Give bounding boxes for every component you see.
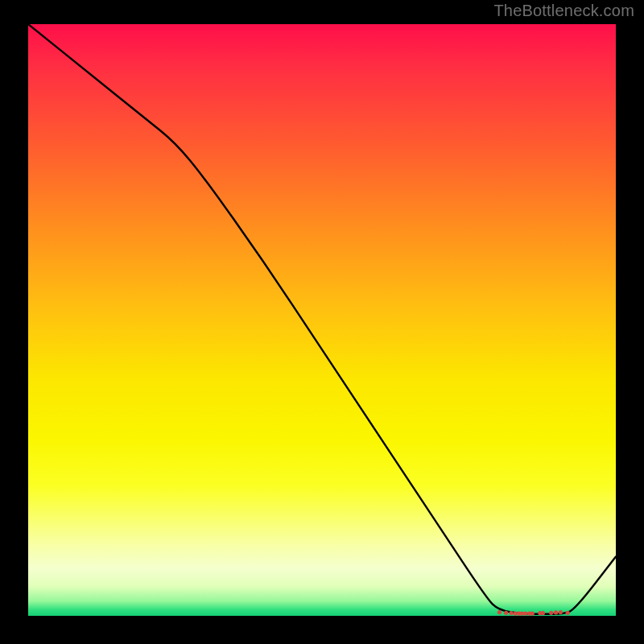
marker-dot (530, 611, 535, 615)
marker-dot (541, 611, 545, 615)
attribution-text: TheBottleneck.com (493, 2, 634, 20)
chart-frame: TheBottleneck.com (0, 0, 644, 644)
main-curve (28, 24, 616, 614)
marker-dot (566, 611, 570, 615)
marker-dot (549, 611, 553, 615)
plot-area (28, 24, 616, 616)
marker-dot (523, 611, 527, 615)
marker-dot (504, 611, 508, 615)
marker-dot (509, 611, 513, 615)
curve-layer (28, 24, 616, 616)
marker-dot (559, 610, 563, 614)
marker-dot (497, 610, 502, 614)
marker-dot (554, 610, 558, 614)
